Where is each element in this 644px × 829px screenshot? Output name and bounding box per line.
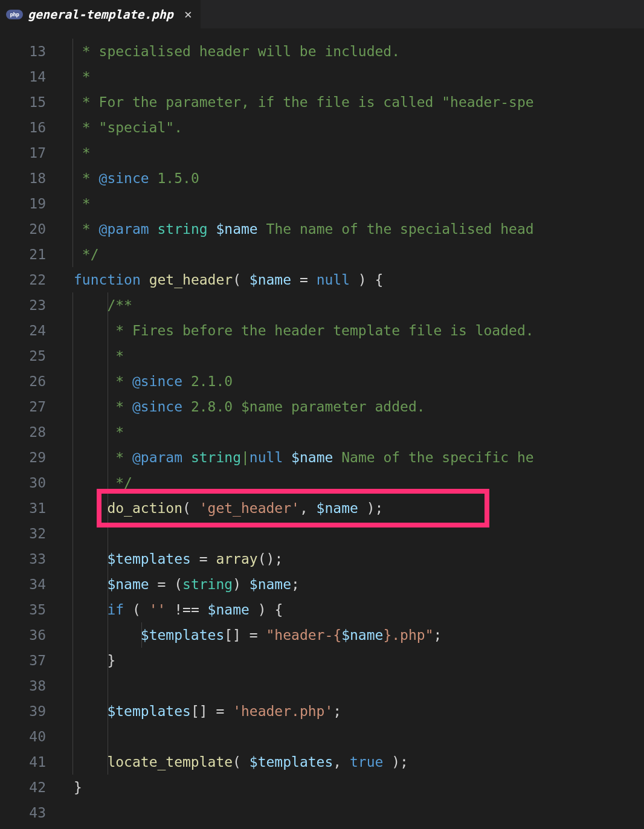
editor[interactable]: 1314151617181920212223242526272829303132… (0, 29, 644, 829)
code-token: * (107, 399, 132, 414)
code-token (74, 475, 107, 491)
line-number: 21 (0, 242, 46, 267)
code-token: @param (99, 221, 149, 237)
code-token: ( (124, 602, 149, 618)
code-token: @since (132, 373, 182, 389)
code-line[interactable]: } (60, 775, 644, 800)
code-line[interactable] (60, 724, 644, 749)
code-token: "header-{ (266, 627, 342, 643)
line-number: 37 (0, 648, 46, 673)
code-token (367, 272, 375, 288)
code-area[interactable]: * specialised header will be included. *… (60, 29, 644, 829)
code-line[interactable]: } (60, 648, 644, 673)
code-token: 'header.php' (233, 703, 333, 719)
code-line[interactable]: $name = (string) $name; (60, 572, 644, 597)
line-number: 31 (0, 495, 46, 521)
code-line[interactable]: $templates[] = "header-{$name}.php"; (60, 622, 644, 648)
code-token: ; (333, 703, 341, 719)
code-token: /** (107, 297, 132, 313)
code-token: | (241, 450, 250, 465)
line-number: 17 (0, 140, 46, 166)
line-number: 25 (0, 343, 46, 369)
line-number: 32 (0, 521, 46, 546)
code-token: $templates (107, 551, 190, 567)
code-token: $name (341, 627, 383, 643)
line-number: 29 (0, 445, 46, 470)
code-line[interactable]: * (60, 419, 644, 445)
line-number: 23 (0, 292, 46, 318)
code-line[interactable]: * @param string $name The name of the sp… (60, 216, 644, 242)
code-token: 1.5.0 (149, 170, 199, 186)
code-line[interactable]: function get_header( $name = null ) { (60, 267, 644, 292)
code-token (74, 627, 141, 643)
line-number: 20 (0, 216, 46, 242)
line-number: 15 (0, 89, 46, 115)
code-token: ; (274, 551, 283, 567)
line-number: 18 (0, 166, 46, 191)
code-token (74, 323, 107, 338)
code-token: */ (107, 475, 132, 491)
code-token: $name (317, 500, 358, 516)
code-line[interactable]: * (60, 64, 644, 89)
code-line[interactable]: $templates[] = 'header.php'; (60, 698, 644, 724)
code-line[interactable]: /** (60, 292, 644, 318)
code-token: $name (291, 450, 333, 465)
code-line[interactable]: * @since 2.8.0 $name parameter added. (60, 394, 644, 419)
code-token: locate_template (107, 754, 233, 770)
code-token: = (191, 551, 216, 567)
code-token: * (107, 373, 132, 389)
code-line[interactable]: do_action( 'get_header', $name ); (60, 495, 644, 521)
tab-filename: general-template.php (28, 7, 173, 22)
code-token: ; (291, 576, 300, 592)
code-line[interactable]: * (60, 343, 644, 369)
code-line[interactable]: locate_template( $templates, true ); (60, 749, 644, 775)
code-token (182, 450, 191, 465)
code-line[interactable]: * (60, 140, 644, 166)
line-number: 43 (0, 800, 46, 825)
code-token: * (107, 424, 124, 440)
code-token: string (158, 221, 208, 237)
code-token: string (182, 576, 233, 592)
line-number: 19 (0, 191, 46, 216)
line-number: 35 (0, 597, 46, 622)
code-token (149, 221, 158, 237)
line-number: 39 (0, 698, 46, 724)
code-token: */ (74, 247, 99, 262)
code-line[interactable] (60, 800, 644, 825)
code-token (74, 703, 107, 719)
line-number: 26 (0, 369, 46, 394)
code-token: * specialised header will be included. (74, 44, 400, 59)
code-line[interactable]: * (60, 191, 644, 216)
code-line[interactable]: if ( '' !== $name ) { (60, 597, 644, 622)
code-line[interactable]: * "special". (60, 115, 644, 140)
code-token: ; (433, 627, 442, 643)
line-number: 14 (0, 64, 46, 89)
code-line[interactable]: * @since 2.1.0 (60, 369, 644, 394)
code-token: 2.8.0 $name parameter added. (182, 399, 425, 414)
code-token: , (300, 500, 317, 516)
code-line[interactable]: * specialised header will be included. (60, 39, 644, 64)
code-token (74, 297, 107, 313)
tab-active[interactable]: php general-template.php × (0, 0, 201, 28)
code-line[interactable]: */ (60, 242, 644, 267)
code-token: null (250, 450, 283, 465)
code-line[interactable]: */ (60, 470, 644, 495)
code-line[interactable]: * Fires before the header template file … (60, 318, 644, 343)
code-token: ) (250, 602, 275, 618)
code-line[interactable]: * For the parameter, if the file is call… (60, 89, 644, 115)
code-token (74, 348, 107, 364)
code-token (74, 602, 107, 618)
close-icon[interactable]: × (184, 7, 192, 22)
code-token: * (107, 450, 132, 465)
code-line[interactable]: * @param string|null $name Name of the s… (60, 445, 644, 470)
line-number-gutter: 1314151617181920212223242526272829303132… (0, 29, 60, 829)
line-number: 22 (0, 267, 46, 292)
code-token: = ( (149, 576, 182, 592)
code-line[interactable] (60, 673, 644, 698)
code-token: * (74, 170, 99, 186)
code-line[interactable]: * @since 1.5.0 (60, 166, 644, 191)
line-number: 38 (0, 673, 46, 698)
code-line[interactable]: $templates = array(); (60, 546, 644, 572)
code-line[interactable] (60, 521, 644, 546)
code-token: function (74, 272, 141, 288)
